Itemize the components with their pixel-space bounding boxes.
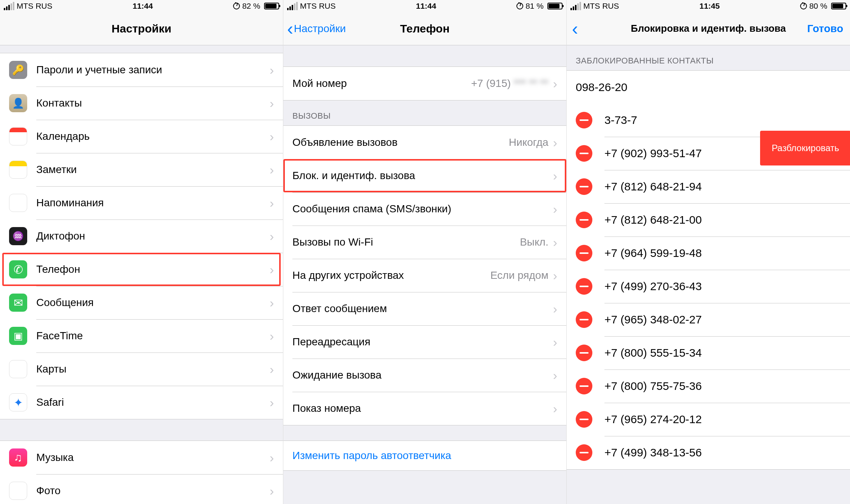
settings-row-voice[interactable]: ♒Диктофон› bbox=[0, 220, 283, 253]
settings-row-maps[interactable]: 🗺Карты› bbox=[0, 352, 283, 386]
battery-label: 80 % bbox=[809, 2, 827, 11]
settings-row-messages[interactable]: ✉Сообщения› bbox=[0, 286, 283, 319]
delete-button[interactable] bbox=[576, 212, 592, 228]
settings-pane: MTS RUS 11:44 82 % Настройки 🔑Пароли и у… bbox=[0, 0, 283, 504]
blocked-number: +7 (964) 599-19-48 bbox=[604, 247, 841, 260]
footer-link-label: Изменить пароль автоответчика bbox=[292, 450, 557, 462]
settings-row-music[interactable]: ♫Музыка› bbox=[0, 441, 283, 474]
settings-row-key[interactable]: 🔑Пароли и учетные записи› bbox=[0, 53, 283, 87]
phone-setting-row[interactable]: Показ номера› bbox=[283, 392, 566, 425]
row-label: На других устройствах bbox=[292, 269, 490, 281]
phone-setting-row[interactable]: Сообщения спама (SMS/звонки)› bbox=[283, 192, 566, 226]
settings-row-facetime[interactable]: ▣FaceTime› bbox=[0, 319, 283, 352]
messages-icon: ✉ bbox=[9, 294, 27, 312]
change-voicemail-password-row[interactable]: Изменить пароль автоответчика bbox=[283, 441, 566, 470]
my-number-row[interactable]: Мой номер +7 (915) *** ** ** › bbox=[283, 67, 566, 100]
blocked-contact-row[interactable]: +7 (964) 599-19-48 bbox=[567, 237, 850, 270]
settings-row-reminders[interactable]: Напоминания› bbox=[0, 186, 283, 220]
chevron-right-icon: › bbox=[270, 96, 274, 111]
row-label: Ответ сообщением bbox=[292, 303, 553, 315]
delete-button[interactable] bbox=[576, 411, 592, 428]
blocked-contact-row[interactable]: +7 (965) 348-02-27 bbox=[567, 303, 850, 336]
status-bar: MTS RUS 11:45 80 % bbox=[567, 0, 850, 12]
settings-row-photos[interactable]: ❋Фото› bbox=[0, 474, 283, 504]
row-label: Показ номера bbox=[292, 402, 553, 414]
back-button[interactable]: ‹ bbox=[572, 20, 578, 38]
nav-bar: ‹ Блокировка и идентиф. вызова Готово bbox=[567, 12, 850, 45]
phone-setting-row[interactable]: Ожидание вызова› bbox=[283, 359, 566, 392]
delete-button[interactable] bbox=[576, 378, 592, 394]
phone-setting-row[interactable]: Объявление вызововНикогда› bbox=[283, 126, 566, 159]
chevron-right-icon: › bbox=[270, 229, 274, 244]
row-label: Музыка bbox=[36, 451, 270, 464]
blocked-number: +7 (800) 555-15-34 bbox=[604, 346, 841, 359]
delete-button[interactable] bbox=[576, 145, 592, 162]
blocked-contact-row[interactable]: +7 (812) 648-21-00 bbox=[567, 203, 850, 237]
settings-row-contacts[interactable]: 👤Контакты› bbox=[0, 87, 283, 120]
chevron-right-icon: › bbox=[270, 262, 274, 277]
delete-button[interactable] bbox=[576, 245, 592, 261]
delete-button[interactable] bbox=[576, 278, 592, 295]
settings-row-safari[interactable]: ✦Safari› bbox=[0, 386, 283, 419]
safari-icon: ✦ bbox=[9, 393, 27, 411]
delete-button[interactable] bbox=[576, 178, 592, 195]
back-button[interactable]: ‹ Настройки bbox=[287, 20, 346, 38]
row-label: Пароли и учетные записи bbox=[36, 64, 270, 76]
row-label: Контакты bbox=[36, 97, 270, 109]
blocked-contact-row[interactable]: +7 (800) 555-15-34 bbox=[567, 336, 850, 369]
delete-button[interactable] bbox=[576, 311, 592, 328]
carrier-label: MTS RUS bbox=[300, 2, 336, 11]
delete-button[interactable] bbox=[576, 345, 592, 361]
blocked-number: +7 (812) 648-21-00 bbox=[604, 213, 841, 226]
settings-row-calendar[interactable]: Календарь› bbox=[0, 120, 283, 153]
blocked-contact-row[interactable]: +7 (965) 274-20-12 bbox=[567, 403, 850, 436]
phone-setting-row[interactable]: Блок. и идентиф. вызова› bbox=[283, 159, 566, 192]
chevron-right-icon: › bbox=[270, 484, 274, 498]
nav-bar: ‹ Настройки Телефон bbox=[283, 12, 566, 45]
row-label: Фото bbox=[36, 485, 270, 497]
blocked-contact-row[interactable]: +7 (499) 270-36-43 bbox=[567, 270, 850, 303]
signal-icon bbox=[4, 2, 14, 10]
blocked-contact-row[interactable]: +7 (812) 648-21-94 bbox=[567, 170, 850, 203]
done-button[interactable]: Готово bbox=[807, 23, 843, 35]
phone-setting-row[interactable]: Вызовы по Wi-FiВыкл.› bbox=[283, 226, 566, 259]
row-label: Заметки bbox=[36, 164, 270, 176]
phone-icon: ✆ bbox=[9, 260, 27, 278]
settings-row-phone[interactable]: ✆Телефон› bbox=[0, 253, 283, 286]
chevron-left-icon: ‹ bbox=[287, 20, 293, 38]
page-title: Блокировка и идентиф. вызова bbox=[631, 23, 786, 34]
phone-setting-row[interactable]: Ответ сообщением› bbox=[283, 292, 566, 325]
delete-button[interactable] bbox=[576, 112, 592, 128]
settings-row-notes[interactable]: Заметки› bbox=[0, 153, 283, 186]
row-label: Переадресация bbox=[292, 336, 553, 348]
blocked-number: +7 (499) 348-13-56 bbox=[604, 446, 841, 459]
chevron-right-icon: › bbox=[270, 450, 274, 465]
chevron-right-icon: › bbox=[270, 129, 274, 144]
phone-setting-row[interactable]: На других устройствахЕсли рядом› bbox=[283, 259, 566, 292]
delete-button[interactable] bbox=[576, 444, 592, 461]
chevron-right-icon: › bbox=[553, 76, 557, 91]
row-value: Никогда bbox=[509, 136, 549, 148]
blocked-number: +7 (499) 270-36-43 bbox=[604, 280, 841, 293]
blocked-contact-row-swiped[interactable]: 098-26-20 bbox=[567, 70, 850, 104]
row-label: Сообщения bbox=[36, 297, 270, 309]
phone-setting-row[interactable]: Переадресация› bbox=[283, 325, 566, 359]
row-label: Календарь bbox=[36, 130, 270, 142]
section-header: ЗАБЛОКИРОВАННЫЕ КОНТАКТЫ bbox=[567, 45, 850, 70]
blocked-number: +7 (812) 648-21-94 bbox=[604, 180, 841, 193]
orientation-lock-icon bbox=[233, 3, 240, 9]
row-label: Вызовы по Wi-Fi bbox=[292, 236, 520, 248]
blocked-number: +7 (965) 348-02-27 bbox=[604, 313, 841, 326]
chevron-right-icon: › bbox=[270, 63, 274, 77]
row-value: Если рядом bbox=[490, 269, 549, 281]
blocked-contacts-pane: MTS RUS 11:45 80 % ‹ Блокировка и иденти… bbox=[567, 0, 850, 504]
battery-icon bbox=[831, 3, 846, 9]
blocked-contact-row[interactable]: +7 (499) 348-13-56 bbox=[567, 436, 850, 469]
row-label: Мой номер bbox=[292, 77, 471, 90]
maps-icon: 🗺 bbox=[9, 360, 27, 378]
blocked-contact-row[interactable]: +7 (800) 755-75-36 bbox=[567, 369, 850, 403]
row-value: Выкл. bbox=[520, 236, 548, 248]
music-icon: ♫ bbox=[9, 448, 27, 467]
unblock-button[interactable]: Разблокировать bbox=[761, 131, 850, 165]
page-title: Настройки bbox=[111, 22, 171, 35]
